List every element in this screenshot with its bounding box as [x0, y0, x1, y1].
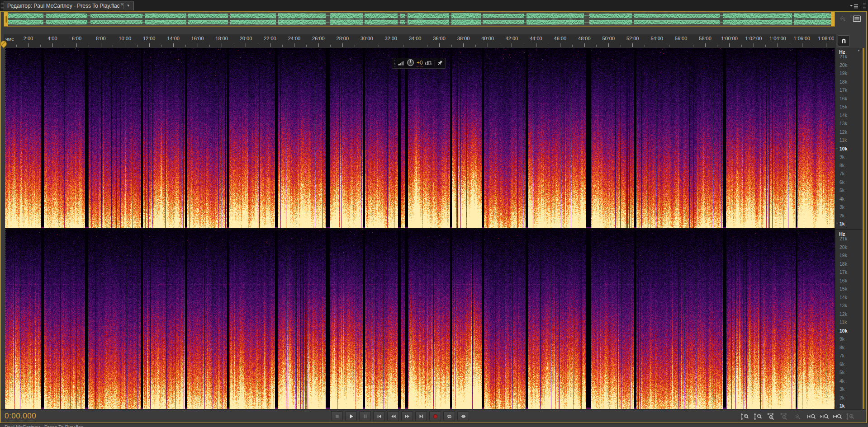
frequency-label: 3k — [840, 204, 844, 210]
spectrogram-right-channel[interactable] — [5, 230, 835, 409]
ruler-time-label: 10:00 — [119, 36, 131, 41]
panel-list-icon[interactable] — [853, 15, 861, 24]
frequency-label: 18k — [840, 79, 847, 84]
ruler-time-label: 42:00 — [506, 36, 518, 41]
tab-dropdown-icon[interactable]: ▼ — [127, 4, 130, 8]
ruler-ticks — [4, 42, 834, 47]
overview-waveform[interactable] — [8, 12, 831, 26]
overview-tools — [839, 14, 866, 25]
ruler-time-label: 12:00 — [143, 36, 156, 41]
record-button[interactable] — [429, 411, 441, 421]
frequency-tick — [836, 224, 838, 224]
ruler-time-label: 2:00 — [24, 36, 33, 41]
ruler-time-label: 40:00 — [481, 36, 494, 41]
frequency-label: 15k — [840, 104, 847, 109]
skip-to-end-button[interactable] — [415, 411, 427, 421]
ruler-time-label: 28:00 — [337, 36, 349, 41]
editor-tab[interactable]: Редактор: Paul McCartney - Press To Play… — [4, 1, 134, 10]
frequency-label: 7k — [840, 353, 844, 358]
spectrogram-left-channel[interactable] — [5, 48, 835, 228]
play-button[interactable] — [345, 411, 357, 421]
zoom-out-vertical-button[interactable] — [753, 412, 764, 421]
snap-magnet-button[interactable] — [838, 35, 850, 47]
fast-forward-button[interactable] — [401, 411, 413, 421]
frequency-label: 14k — [840, 295, 847, 300]
gain-hud[interactable]: +0 dB — [392, 58, 446, 69]
frequency-scale[interactable]: ▼ Hz21k20k19k18k17k16k15k14k13k12k11k10k… — [835, 48, 863, 409]
frequency-label: 12k — [840, 129, 847, 135]
gain-unit-label: dB — [425, 60, 432, 66]
frequency-label: 4k — [840, 196, 844, 202]
frequency-label: 7k — [840, 171, 844, 176]
frequency-tick — [836, 406, 838, 406]
zoom-out-horizontal-button — [779, 412, 790, 421]
loop-playback-button[interactable] — [443, 411, 455, 421]
tab-bar: Редактор: Paul McCartney - Press To Play… — [0, 0, 868, 11]
frequency-label: 15k — [840, 286, 847, 291]
ruler-time-label: 1:04:00 — [769, 36, 786, 41]
frequency-label: 2k — [840, 213, 844, 218]
ruler-time-label: 18:00 — [215, 36, 228, 41]
panel-menu-icon[interactable] — [849, 3, 859, 8]
overview-strip[interactable] — [4, 12, 835, 27]
frequency-label: 8k — [840, 345, 844, 350]
pin-icon[interactable] — [437, 59, 443, 67]
frequency-label: 20k — [840, 244, 847, 250]
gain-knob[interactable] — [407, 59, 414, 68]
ruler-time-label: 36:00 — [433, 36, 446, 41]
overview-right-handle[interactable] — [831, 12, 835, 26]
skip-selection-button[interactable] — [457, 411, 469, 421]
frequency-label: 17k — [840, 87, 847, 93]
stop-button — [331, 411, 343, 421]
frequency-label: 1k — [840, 403, 845, 408]
ruler-time-label: 48:00 — [578, 36, 591, 41]
ruler-time-label: 4:00 — [47, 36, 57, 41]
frequency-label: 19k — [840, 70, 847, 76]
frequency-label: 1k — [840, 221, 845, 226]
frequency-label: 17k — [840, 269, 847, 275]
ruler-time-label: 30:00 — [360, 36, 373, 41]
frequency-label: 11k — [840, 137, 847, 143]
ruler-time-label: 1:02:00 — [745, 36, 762, 41]
gain-value[interactable]: +0 — [417, 60, 423, 66]
zoom-in-at-out-point-button[interactable] — [819, 412, 830, 421]
ruler-time-label: 34:00 — [409, 36, 422, 41]
spectrogram-editor: ▼ Hz21k20k19k18k17k16k15k14k13k12k11k10k… — [4, 48, 863, 409]
frequency-scale-left: Hz21k20k19k18k17k16k15k14k13k12k11k10k9k… — [835, 48, 863, 228]
panel-grip-right[interactable] — [863, 1, 866, 9]
transport-controls — [331, 411, 469, 421]
frequency-label: 14k — [840, 113, 847, 118]
rewind-button[interactable] — [387, 411, 399, 421]
frequency-label: 6k — [840, 179, 844, 185]
frequency-tick — [836, 331, 838, 331]
skip-to-start-button[interactable] — [373, 411, 385, 421]
frequency-scale-right: Hz21k20k19k18k17k16k15k14k13k12k11k10k9k… — [835, 230, 863, 409]
zoom-in-at-in-point-button[interactable] — [806, 412, 816, 421]
ruler-time-label: 58:00 — [699, 36, 711, 41]
tab-close-icon[interactable]: × — [120, 1, 124, 7]
vertical-zoom-scrollbar[interactable] — [863, 48, 864, 409]
zoom-in-vertical-button[interactable] — [740, 412, 751, 421]
zoom-to-selection-button[interactable] — [832, 412, 843, 421]
ruler-time-label: 50:00 — [602, 36, 615, 41]
zoom-in-horizontal-button[interactable] — [766, 412, 777, 421]
ruler-time-label: 54:00 — [650, 36, 663, 41]
frequency-label: 5k — [840, 188, 844, 193]
frequency-label: 9k — [840, 154, 844, 160]
ruler-time-label: 38:00 — [457, 36, 470, 41]
time-display[interactable]: 0:00.000 — [5, 412, 36, 421]
timeline-ruler[interactable]: чмс 2:004:006:008:0010:0012:0014:0016:00… — [4, 34, 836, 47]
zoom-out-full-button — [792, 412, 803, 421]
audition-window: Редактор: Paul McCartney - Press To Play… — [0, 0, 868, 427]
overview-left-handle[interactable] — [4, 12, 8, 26]
hud-grip[interactable] — [394, 61, 395, 66]
ruler-time-label: 16:00 — [191, 36, 204, 41]
ruler-time-label: 46:00 — [554, 36, 567, 41]
frequency-label: 13k — [840, 121, 847, 126]
frequency-label: 10k — [840, 146, 848, 151]
status-bar-text: Paul McCartney - Press To Play.flac — [0, 424, 868, 427]
ruler-time-label: 32:00 — [384, 36, 397, 41]
zoom-out-full-icon — [839, 15, 847, 24]
ruler-time-label: 22:00 — [264, 36, 276, 41]
ruler-time-label: 24:00 — [288, 36, 301, 41]
